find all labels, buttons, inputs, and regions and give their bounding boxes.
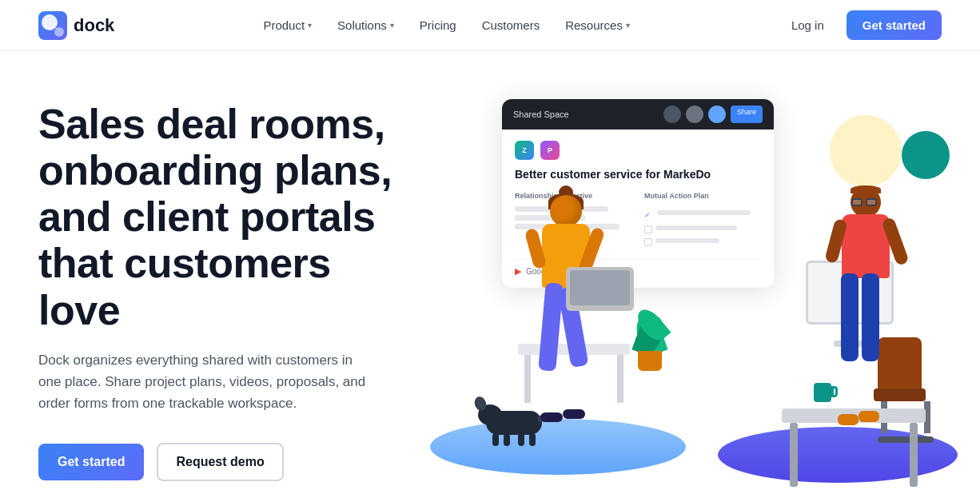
plant	[638, 351, 662, 371]
login-button[interactable]: Log in	[779, 12, 837, 38]
nav-item-resources[interactable]: Resources ▾	[554, 12, 641, 38]
card-header: Shared Space Share	[502, 99, 774, 129]
logo-icon	[38, 11, 67, 40]
card-check-3	[644, 238, 761, 246]
chevron-down-icon: ▾	[390, 21, 394, 30]
circle-beige	[830, 115, 902, 187]
hero-headline: Sales deal rooms, onboarding plans, and …	[38, 101, 422, 333]
nav-item-solutions[interactable]: Solutions ▾	[326, 12, 405, 38]
nav-item-product[interactable]: Product ▾	[252, 12, 323, 38]
card-col2-header: Mutual Action Plan	[644, 192, 761, 200]
card-company-row: Z P	[515, 141, 761, 160]
nav-item-pricing[interactable]: Pricing	[408, 12, 468, 38]
hero-buttons: Get started Request demo	[38, 443, 422, 481]
card-title: Better customer service for MarkeDo	[515, 168, 761, 181]
hero-visual: Shared Space Share Z P Better customer s…	[454, 99, 942, 483]
check-icon-1: ✓	[644, 211, 651, 219]
hero-subtext: Dock organizes everything shared with cu…	[38, 349, 374, 415]
card-dot-2	[686, 106, 703, 123]
hero-section: Sales deal rooms, onboarding plans, and …	[0, 51, 980, 494]
card-header-dots: Share	[663, 106, 763, 123]
get-started-nav-button[interactable]: Get started	[847, 10, 942, 40]
card-dot-1	[663, 106, 681, 123]
card-dot-3	[708, 106, 726, 123]
logo[interactable]: dock	[38, 11, 114, 40]
get-started-hero-button[interactable]: Get started	[38, 444, 144, 480]
nav-links: Product ▾ Solutions ▾ Pricing Customers …	[252, 12, 641, 38]
card-col-2: Mutual Action Plan ✓	[644, 192, 761, 251]
card-share-btn[interactable]: Share	[731, 106, 763, 123]
company-avatar-p: P	[540, 141, 560, 160]
card-check-1: ✓	[644, 206, 761, 221]
figure-left	[518, 195, 614, 419]
figure-right	[814, 187, 918, 419]
card-check-2	[644, 225, 761, 233]
card-header-title: Shared Space	[513, 110, 569, 119]
chevron-down-icon: ▾	[626, 21, 630, 30]
company-avatar-z: Z	[515, 141, 534, 160]
navbar: dock Product ▾ Solutions ▾ Pricing Custo…	[0, 0, 980, 51]
request-demo-button[interactable]: Request demo	[157, 443, 283, 481]
hero-content: Sales deal rooms, onboarding plans, and …	[38, 101, 422, 482]
logo-text: dock	[74, 15, 114, 36]
circle-teal	[902, 131, 950, 179]
chevron-down-icon: ▾	[308, 21, 312, 30]
nav-item-customers[interactable]: Customers	[471, 12, 552, 38]
nav-actions: Log in Get started	[779, 10, 942, 40]
platform-left	[430, 419, 686, 475]
